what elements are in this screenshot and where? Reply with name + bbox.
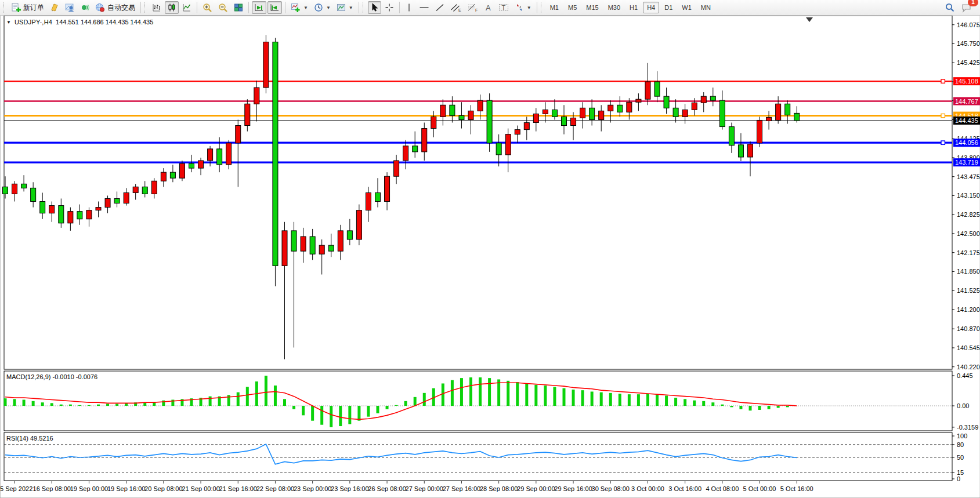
svg-text:144.767: 144.767 xyxy=(955,98,978,105)
svg-text:19 Sep 00:00: 19 Sep 00:00 xyxy=(70,485,108,492)
zoom-out-button[interactable] xyxy=(216,1,230,14)
vertical-line-icon xyxy=(405,3,413,12)
svg-text:15 Sep 2022: 15 Sep 2022 xyxy=(0,485,32,492)
chevron-down-icon: ▼ xyxy=(349,5,353,10)
indicators-icon xyxy=(291,3,301,12)
tile-windows-button[interactable] xyxy=(232,1,245,14)
svg-text:23 Sep 16:00: 23 Sep 16:00 xyxy=(331,485,368,492)
timeframe-M30[interactable]: M30 xyxy=(604,2,624,13)
toolbar-grip[interactable] xyxy=(541,2,543,13)
svg-text:140.220: 140.220 xyxy=(957,363,980,370)
fibonacci-icon: F xyxy=(467,3,478,12)
text-icon: A xyxy=(484,3,493,12)
svg-text:-0.3159: -0.3159 xyxy=(957,424,978,431)
templates-button[interactable]: ▼ xyxy=(334,1,356,14)
search-button[interactable] xyxy=(942,1,957,14)
clock-icon xyxy=(314,3,323,12)
timeframe-bar: M1M5M15M30H1H4D1W1MN xyxy=(545,2,715,13)
text-label-tool-button[interactable]: T xyxy=(496,1,511,14)
timeframe-M5[interactable]: M5 xyxy=(564,2,581,13)
strategy-tester-button[interactable] xyxy=(63,1,77,14)
svg-text:143.475: 143.475 xyxy=(957,173,980,180)
timeframe-W1[interactable]: W1 xyxy=(678,2,696,13)
crosshair-tool-button[interactable] xyxy=(382,1,396,14)
candlestick-icon xyxy=(167,3,176,12)
ohlc-values: 144.551 144.686 144.435 144.435 xyxy=(56,19,153,26)
svg-text:145.750: 145.750 xyxy=(957,40,980,47)
cursor-icon xyxy=(370,3,379,12)
trendline-tool-button[interactable] xyxy=(433,1,447,14)
svg-text:0: 0 xyxy=(957,475,960,482)
svg-text:20 Sep 08:00: 20 Sep 08:00 xyxy=(144,485,182,492)
svg-text:5 Oct 16:00: 5 Oct 16:00 xyxy=(780,485,813,492)
svg-text:143.150: 143.150 xyxy=(957,192,980,199)
chart-canvas[interactable]: 146.075145.750145.425145.100144.775144.4… xyxy=(0,0,980,498)
toolbar-grip[interactable] xyxy=(363,2,365,13)
cursor-tool-button[interactable] xyxy=(368,1,381,14)
svg-text:144.056: 144.056 xyxy=(955,139,978,146)
timeframe-MN[interactable]: MN xyxy=(697,2,715,13)
svg-text:22 Sep 08:00: 22 Sep 08:00 xyxy=(256,485,294,492)
new-order-label: 新订单 xyxy=(23,3,44,13)
svg-text:4 Oct 08:00: 4 Oct 08:00 xyxy=(706,485,739,492)
svg-text:T: T xyxy=(501,4,505,11)
candlestick-chart-type-button[interactable] xyxy=(165,1,179,14)
zoom-in-button[interactable] xyxy=(200,1,215,14)
bar-chart-type-button[interactable] xyxy=(150,1,164,14)
svg-text:16 Sep 08:00: 16 Sep 08:00 xyxy=(33,485,71,492)
timeframe-D1[interactable]: D1 xyxy=(660,2,677,13)
svg-text:142.825: 142.825 xyxy=(957,211,980,218)
timeframe-M1[interactable]: M1 xyxy=(546,2,563,13)
fibonacci-tool-button[interactable]: F xyxy=(465,1,480,14)
zoom-in-icon xyxy=(202,3,212,13)
alerts-icon xyxy=(80,3,89,12)
horizontal-line-tool-button[interactable] xyxy=(417,1,432,14)
periods-button[interactable]: ▼ xyxy=(312,1,333,14)
toolbar-grip[interactable] xyxy=(144,2,147,13)
svg-text:141.850: 141.850 xyxy=(957,268,980,275)
search-icon xyxy=(945,2,955,13)
svg-text:30 Sep 08:00: 30 Sep 08:00 xyxy=(592,485,630,492)
symbol-label: USDJPY-,H4 xyxy=(15,19,52,26)
svg-text:143.719: 143.719 xyxy=(955,159,978,166)
chart-shift-icon xyxy=(270,3,280,12)
chart-shift-button[interactable] xyxy=(267,1,282,14)
chat-button[interactable]: 1 xyxy=(959,1,974,14)
auto-scroll-icon xyxy=(254,3,264,12)
autotrading-button[interactable]: 自动交易 xyxy=(93,1,138,14)
symbol-dropdown-icon[interactable]: ▼ xyxy=(6,20,11,25)
indicators-button[interactable]: ▼ xyxy=(288,1,310,14)
svg-text:27 Sep 16:00: 27 Sep 16:00 xyxy=(443,485,480,492)
zoom-out-icon xyxy=(218,3,228,13)
auto-scroll-button[interactable] xyxy=(252,1,266,14)
chart-header[interactable]: ▼ USDJPY-,H4 144.551 144.686 144.435 144… xyxy=(6,19,153,26)
toolbar-grip[interactable] xyxy=(3,2,6,13)
bar-chart-icon xyxy=(152,3,161,12)
vertical-line-tool-button[interactable] xyxy=(403,1,415,14)
text-label-icon: T xyxy=(498,3,509,12)
svg-text:F: F xyxy=(475,8,478,12)
svg-text:21 Sep 00:00: 21 Sep 00:00 xyxy=(182,485,219,492)
autotrading-icon xyxy=(95,3,105,12)
text-tool-button[interactable]: A xyxy=(482,1,495,14)
svg-text:0.00: 0.00 xyxy=(957,402,969,409)
alerts-button[interactable] xyxy=(78,1,92,14)
metaeditor-button[interactable] xyxy=(48,1,62,14)
timeframe-H4[interactable]: H4 xyxy=(643,2,659,13)
price-chart[interactable]: 146.075145.750145.425145.100144.775144.4… xyxy=(0,0,980,498)
trendline-icon xyxy=(435,3,444,12)
timeframe-M15[interactable]: M15 xyxy=(582,2,602,13)
svg-text:E: E xyxy=(458,8,461,12)
equidistant-channel-tool-button[interactable]: E xyxy=(448,1,464,14)
svg-text:26 Sep 08:00: 26 Sep 08:00 xyxy=(368,485,406,492)
new-order-button[interactable]: 新订单 xyxy=(9,1,46,14)
svg-text:50: 50 xyxy=(957,454,964,461)
svg-text:A: A xyxy=(486,3,491,12)
svg-text:3 Oct 00:00: 3 Oct 00:00 xyxy=(631,485,664,492)
chevron-down-icon: ▼ xyxy=(326,5,331,10)
arrows-tool-button[interactable]: ▼ xyxy=(512,1,534,14)
macd-indicator-label: MACD(12,26,9) -0.0010 -0.0076 xyxy=(6,373,97,380)
line-chart-type-button[interactable] xyxy=(180,1,194,14)
new-order-icon xyxy=(11,3,21,12)
timeframe-H1[interactable]: H1 xyxy=(625,2,642,13)
